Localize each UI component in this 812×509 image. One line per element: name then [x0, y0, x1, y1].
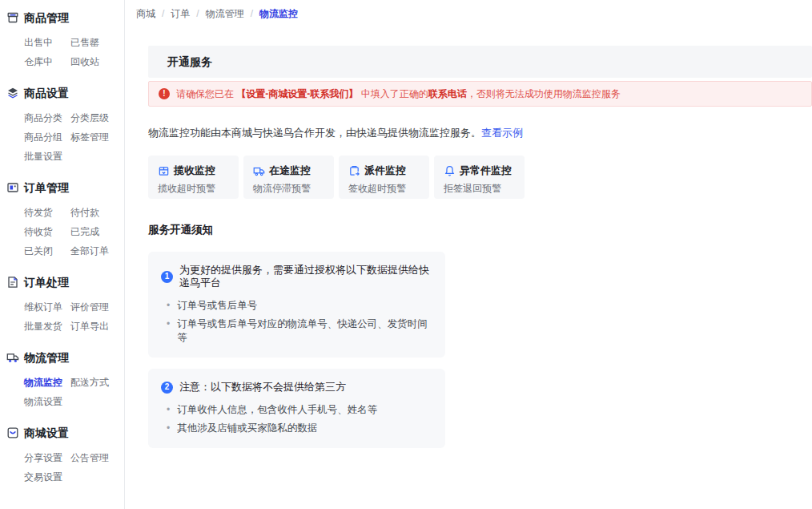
card-subtitle: 揽收超时预警	[158, 182, 239, 196]
sidebar-section-mall-settings: 商城设置 分享设置 公告管理 交易设置	[6, 425, 124, 483]
bullet-dot-icon: •	[167, 317, 170, 331]
warning-alert: ! 请确保您已在 【设置-商城设置-联系我们】 中填入了正确的联系电话，否则将无…	[148, 81, 812, 107]
sidebar-item-tag-management[interactable]: 标签管理	[70, 131, 124, 143]
card-subtitle: 拒签退回预警	[444, 182, 525, 196]
notice-bullet: • 订单号或售后单号	[161, 299, 432, 313]
sidebar-item-order-export[interactable]: 订单导出	[70, 321, 124, 332]
sidebar-item-review-management[interactable]: 评价管理	[70, 301, 124, 313]
error-icon: !	[159, 88, 170, 99]
breadcrumb-logistics-monitoring: 物流监控	[259, 8, 298, 19]
notice-bullet: • 订单号或售后单号对应的物流单号、快递公司、发货时间等	[161, 317, 432, 345]
sidebar-item-delivery-method[interactable]: 配送方式	[70, 377, 124, 388]
truck-transit-icon	[253, 165, 265, 177]
alert-strong-settings-path: 【设置-商城设置-联系我们】	[236, 88, 358, 99]
bullet-dot-icon: •	[167, 403, 170, 417]
notice-heading: 为更好的提供服务，需要通过授权将以下数据提供给快递鸟平台	[179, 264, 432, 289]
breadcrumb-separator: /	[162, 8, 164, 19]
truck-icon	[6, 351, 19, 364]
section-title-label: 商品管理	[24, 10, 69, 26]
bullet-dot-icon: •	[167, 422, 170, 435]
sidebar-item-announcement-management[interactable]: 公告管理	[70, 452, 124, 463]
sidebar-section-logistics-management: 物流管理 物流监控 配送方式 物流设置	[6, 349, 124, 407]
layers-icon	[6, 87, 19, 99]
sidebar-item-product-category[interactable]: 商品分类	[24, 112, 70, 123]
card-dispatch-monitoring[interactable]: 派件监控 签收超时预警	[339, 156, 429, 199]
content: 开通服务 ! 请确保您已在 【设置-商城设置-联系我们】 中填入了正确的联系电话…	[148, 46, 812, 448]
number-2-badge: 2	[161, 382, 173, 394]
section-title-label: 物流管理	[24, 349, 69, 366]
breadcrumb: 商城 / 订单 / 物流管理 / 物流监控	[125, 0, 812, 19]
sidebar-section-product-settings: 商品设置 商品分类 分类层级 商品分组 标签管理 批量设置	[6, 85, 124, 162]
order-card-icon	[6, 181, 19, 194]
monitor-cards: 揽收监控 揽收超时预警 在途监控 物流停滞预警 派件监控	[148, 156, 812, 199]
sidebar-item-product-group[interactable]: 商品分组	[24, 131, 70, 143]
notice-bullet: • 订单收件人信息，包含收件人手机号、姓名等	[161, 403, 432, 417]
dispatch-icon	[348, 165, 360, 177]
sidebar-item-logistics-settings[interactable]: 物流设置	[24, 396, 70, 407]
sidebar-item-in-warehouse[interactable]: 仓库中	[24, 56, 70, 67]
sidebar-item-closed[interactable]: 已关闭	[24, 245, 70, 257]
alert-text: 请确保您已在 【设置-商城设置-联系我们】 中填入了正确的联系电话，否则将无法成…	[176, 87, 621, 100]
alert-strong-contact-phone: 联系电话	[428, 88, 467, 99]
notice-block-data-not-provided: 2 注意：以下数据将不会提供给第三方 • 订单收件人信息，包含收件人手机号、姓名…	[148, 369, 445, 448]
sidebar-item-batch-settings[interactable]: 批量设置	[24, 151, 70, 162]
archive-box-icon	[6, 11, 19, 24]
breadcrumb-separator: /	[251, 8, 253, 19]
sidebar-section-title: 商品设置	[6, 85, 124, 101]
view-example-link[interactable]: 查看示例	[481, 127, 523, 139]
sidebar-item-logistics-monitoring[interactable]: 物流监控	[24, 377, 70, 388]
card-abnormal-monitoring[interactable]: 异常件监控 拒签退回预警	[434, 156, 525, 199]
sidebar-section-title: 物流管理	[6, 349, 124, 366]
sidebar-item-trade-settings[interactable]: 交易设置	[24, 471, 70, 483]
card-title: 异常件监控	[460, 164, 512, 178]
card-title: 揽收监控	[174, 164, 215, 178]
section-title-label: 商城设置	[24, 425, 69, 441]
sidebar-item-to-pay[interactable]: 待付款	[70, 207, 124, 218]
section-title-label: 订单管理	[24, 180, 69, 196]
sidebar-item-sold-out[interactable]: 已售罄	[70, 37, 124, 48]
package-receive-icon	[158, 165, 170, 177]
sidebar-item-to-ship[interactable]: 待发货	[24, 207, 70, 218]
notice-block-data-provided: 1 为更好的提供服务，需要通过授权将以下数据提供给快递鸟平台 • 订单号或售后单…	[148, 252, 445, 358]
notice-bullet: • 其他涉及店铺或买家隐私的数据	[161, 422, 432, 435]
sidebar-section-title: 订单管理	[6, 180, 124, 196]
notice-section-title: 服务开通须知	[148, 223, 812, 237]
sidebar-item-category-level[interactable]: 分类层级	[70, 112, 124, 123]
sidebar-item-all-orders[interactable]: 全部订单	[70, 245, 124, 257]
section-title-label: 订单处理	[24, 274, 69, 290]
sidebar-item-share-settings[interactable]: 分享设置	[24, 452, 70, 463]
notice-heading: 注意：以下数据将不会提供给第三方	[179, 381, 346, 394]
breadcrumb-orders[interactable]: 订单	[171, 8, 190, 19]
sidebar-section-title: 商品管理	[6, 10, 124, 26]
sidebar-section-title: 商城设置	[6, 425, 124, 441]
card-title: 派件监控	[364, 164, 406, 178]
sidebar-item-rights-orders[interactable]: 维权订单	[24, 301, 70, 313]
sidebar-item-to-receive[interactable]: 待收货	[24, 226, 70, 237]
panel-title: 开通服务	[148, 46, 812, 78]
sidebar-section-product-management: 商品管理 出售中 已售罄 仓库中 回收站	[6, 10, 124, 67]
sidebar-item-batch-shipping[interactable]: 批量发货	[24, 321, 70, 332]
sidebar-section-order-management: 订单管理 待发货 待付款 待收货 已完成 已关闭 全部订单	[6, 180, 124, 257]
number-1-badge: 1	[161, 271, 173, 283]
section-title-label: 商品设置	[24, 85, 69, 101]
card-subtitle: 签收超时预警	[348, 182, 429, 196]
breadcrumb-logistics-management[interactable]: 物流管理	[206, 8, 244, 19]
breadcrumb-separator: /	[196, 8, 199, 19]
sidebar-section-title: 订单处理	[6, 274, 124, 290]
card-subtitle: 物流停滞预警	[253, 182, 334, 196]
sidebar-item-recycle-bin[interactable]: 回收站	[70, 56, 124, 67]
store-smile-icon	[6, 426, 19, 439]
card-transit-monitoring[interactable]: 在途监控 物流停滞预警	[243, 156, 334, 199]
card-pickup-monitoring[interactable]: 揽收监控 揽收超时预警	[148, 156, 239, 199]
bullet-dot-icon: •	[167, 299, 170, 313]
sidebar-item-on-sale[interactable]: 出售中	[24, 37, 70, 48]
service-description: 物流监控功能由本商城与快递鸟合作开发，由快递鸟提供物流监控服务。查看示例	[148, 126, 812, 140]
sidebar-section-order-processing: 订单处理 维权订单 评价管理 批量发货 订单导出	[6, 274, 124, 332]
card-title: 在途监控	[269, 164, 311, 178]
breadcrumb-mall[interactable]: 商城	[136, 8, 155, 19]
bell-alert-icon	[444, 165, 456, 177]
main-area: 商城 / 订单 / 物流管理 / 物流监控 开通服务 ! 请确保您已在 【设置-…	[125, 0, 812, 509]
sidebar-item-completed[interactable]: 已完成	[70, 226, 124, 237]
document-icon	[6, 276, 19, 289]
sidebar: 商品管理 出售中 已售罄 仓库中 回收站 商品设置 商品分类 分类层级 商品分组…	[0, 0, 125, 509]
